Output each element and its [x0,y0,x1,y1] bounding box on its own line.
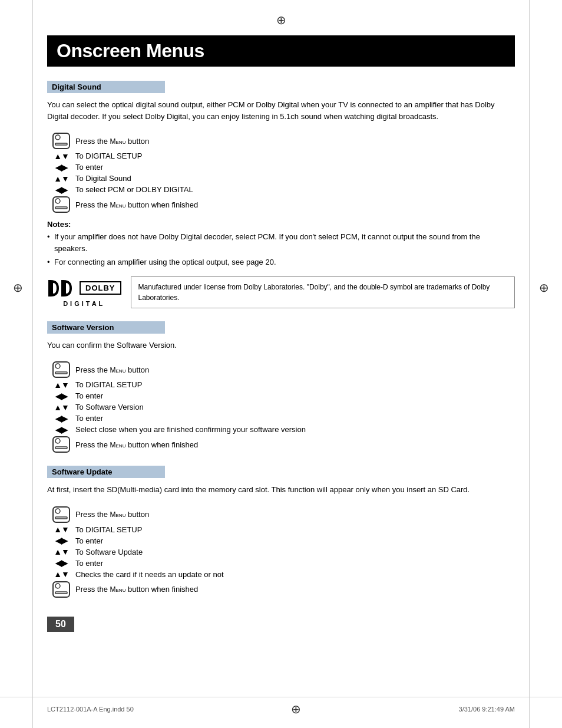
arrow-ud-icon: ▲▼ [47,403,75,411]
step-text: Press the Menu button when finished [75,440,515,449]
software-version-intro: You can confirm the Software Version. [47,340,515,351]
dolby-license-box: DOLBY DIGITAL Manufactured under license… [47,276,515,308]
step-text: To enter [75,536,515,545]
digital-sound-notes: Notes: If your amplifier does not have D… [47,220,515,268]
svg-rect-14 [53,507,70,522]
menu-button-icon [47,581,75,598]
svg-rect-10 [55,372,67,374]
svg-rect-7 [61,280,64,297]
step-row: ◀▶ To select PCM or DOLBY DIGITAL [47,185,515,194]
step-text: To enter [75,391,515,400]
menu-button-icon [47,196,75,213]
arrow-ud-icon: ▲▼ [47,525,75,533]
step-text: To DIGITAL SETUP [75,380,515,389]
step-text: Press the Menu button [75,365,515,374]
arrow-lr-icon: ◀▶ [47,559,75,567]
svg-point-15 [55,509,60,513]
svg-point-4 [55,199,60,203]
arrow-ud-icon: ▲▼ [47,570,75,578]
software-update-steps: Press the Menu button ▲▼ To DIGITAL SETU… [47,506,515,598]
menu-button-icon [47,436,75,453]
software-version-heading: Software Version [47,321,165,334]
software-version-steps: Press the Menu button ▲▼ To DIGITAL SETU… [47,361,515,453]
arrow-lr-icon: ◀▶ [47,186,75,194]
digital-sound-intro: You can select the optical digital sound… [47,99,515,122]
step-row: Press the Menu button when finished [47,196,515,213]
dolby-logo: DOLBY DIGITAL [47,278,121,307]
bottom-crosshair: ⊕ [291,702,301,716]
step-row: ◀▶ To enter [47,559,515,568]
step-text: Press the Menu button when finished [75,585,515,594]
step-text: To enter [75,163,515,172]
menu-button-icon [47,506,75,523]
notes-list: If your amplifier does not have Dolby Di… [47,231,515,268]
software-update-heading: Software Update [47,466,165,478]
step-text: To DIGITAL SETUP [75,525,515,534]
step-row: ▲▼ To Software Version [47,403,515,411]
step-text: To Software Update [75,548,515,556]
step-row: ◀▶ To enter [47,414,515,423]
page-content: Onscreen Menus Digital Sound You can sel… [0,0,562,667]
arrow-lr-icon: ◀▶ [47,392,75,400]
page-title: Onscreen Menus [47,35,515,67]
step-row: ◀▶ Select close when you are finished co… [47,425,515,434]
step-row: Press the Menu button when finished [47,436,515,453]
svg-point-9 [55,364,60,368]
step-row: Press the Menu button [47,133,515,149]
step-row: Press the Menu button [47,361,515,378]
svg-rect-13 [55,447,67,449]
digital-sound-section: Digital Sound You can select the optical… [47,81,515,308]
step-row: ▲▼ To DIGITAL SETUP [47,525,515,534]
svg-point-12 [55,439,60,443]
menu-label: Menu [110,137,126,146]
software-update-section: Software Update At first, insert the SD(… [47,466,515,598]
menu-label: Menu [110,201,126,209]
step-text: Press the Menu button [75,510,515,519]
arrow-lr-icon: ◀▶ [47,426,75,434]
arrow-ud-icon: ▲▼ [47,548,75,556]
digital-sound-steps: Press the Menu button ▲▼ To DIGITAL SETU… [47,133,515,213]
svg-rect-2 [55,143,67,145]
footer-right: 3/31/06 9:21:49 AM [459,706,515,713]
note-item: If your amplifier does not have Dolby Di… [47,231,515,254]
svg-rect-3 [53,197,70,212]
page-footer: LCT2112-001A-A Eng.indd 50 ⊕ 3/31/06 9:2… [0,697,562,716]
step-text: Checks the card if it needs an update or… [75,570,515,579]
step-text: To DIGITAL SETUP [75,151,515,160]
digital-sound-heading: Digital Sound [47,81,165,93]
step-row: Press the Menu button when finished [47,581,515,598]
note-item: For connecting an amplifier using the op… [47,256,515,268]
step-row: ◀▶ To enter [47,163,515,172]
software-update-intro: At first, insert the SD(Multi-media) car… [47,484,515,496]
dolby-digital-text: DIGITAL [63,300,105,307]
arrow-ud-icon: ▲▼ [47,174,75,183]
step-text: Press the Menu button when finished [75,200,515,209]
step-row: ▲▼ To Digital Sound [47,174,515,183]
svg-point-18 [55,584,60,588]
step-text: To Digital Sound [75,174,515,183]
step-row: ◀▶ To enter [47,391,515,400]
dolby-info-text: Manufactured under license from Dolby La… [131,276,515,308]
footer-left: LCT2112-001A-A Eng.indd 50 [47,706,134,713]
step-text: Select close when you are finished confi… [75,425,515,434]
svg-rect-5 [55,207,67,209]
step-row: ▲▼ To DIGITAL SETUP [47,380,515,389]
svg-rect-11 [53,437,70,452]
arrow-lr-icon: ◀▶ [47,163,75,172]
step-row: ▲▼ To DIGITAL SETUP [47,151,515,160]
step-row: ▲▼ To Software Update [47,548,515,556]
step-row: Press the Menu button [47,506,515,523]
step-text: To enter [75,559,515,568]
svg-rect-17 [53,582,70,597]
menu-button-icon [47,133,75,149]
svg-rect-6 [48,280,51,297]
arrow-lr-icon: ◀▶ [47,536,75,545]
step-row: ◀▶ To enter [47,536,515,545]
svg-rect-8 [53,362,70,377]
software-version-section: Software Version You can confirm the Sof… [47,321,515,453]
step-text: To select PCM or DOLBY DIGITAL [75,185,515,194]
svg-rect-19 [55,592,67,594]
step-text: To Software Version [75,403,515,411]
notes-title: Notes: [47,220,515,229]
step-text: To enter [75,414,515,423]
